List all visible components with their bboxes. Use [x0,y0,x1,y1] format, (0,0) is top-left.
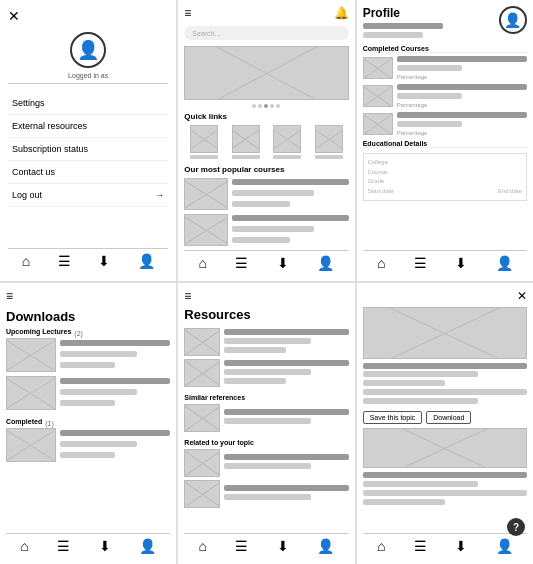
menu-item-external-label: External resources [12,121,87,131]
quick-link-2[interactable] [226,125,265,159]
hamburger-icon[interactable]: ≡ [6,289,170,303]
cc-pct-label1: Percentage [397,74,527,80]
nav-profile-icon[interactable]: 👤 [496,255,513,271]
hero-image [184,46,348,100]
related-label: Related to your topic [184,439,348,446]
nav-downloads-icon[interactable]: ⬇ [98,253,110,269]
menu-item-logout[interactable]: Log out → [8,184,168,207]
dl-meta-3 [60,452,115,458]
cc-pct-label2: Percentage [397,102,527,108]
nav-home-icon[interactable]: ⌂ [377,538,385,554]
nav-home-icon[interactable]: ⌂ [199,538,207,554]
res-item-3[interactable] [184,404,348,432]
nav-downloads-icon[interactable]: ⬇ [277,255,289,271]
nav-courses-icon[interactable]: ☰ [414,255,427,271]
downloads-panel: ≡ Downloads Upcoming Lectures (2) Comple… [0,283,176,564]
nav-downloads-icon[interactable]: ⬇ [277,538,289,554]
hamburger-icon[interactable]: ≡ [184,289,348,303]
popular-courses-title: Our most popular courses [184,165,348,174]
resources-panel: ≡ Resources Similar references Related t… [178,283,354,564]
dot-3[interactable] [264,104,268,108]
cc-pct-label3: Percentage [397,130,527,136]
dot-5[interactable] [276,104,280,108]
profile-name-line [363,23,443,29]
course-meta-line2 [232,237,290,243]
nav-downloads-icon[interactable]: ⬇ [99,538,111,554]
save-topic-button[interactable]: Save this topic [363,411,423,424]
download-button[interactable]: Download [426,411,471,424]
res-item-4[interactable] [184,449,348,477]
nav-courses-icon[interactable]: ☰ [235,255,248,271]
bottom-nav-home: ⌂ ☰ ⬇ 👤 [184,250,348,275]
course-row-1[interactable] [184,178,348,210]
home-panel: ≡ 🔔 Search... Quick links Our most popul… [178,0,354,281]
profile-sub-line [363,32,423,38]
nav-home-icon[interactable]: ⌂ [20,538,28,554]
res-line-4a [224,454,348,460]
nav-courses-icon[interactable]: ☰ [58,253,71,269]
nav-home-icon[interactable]: ⌂ [22,253,30,269]
menu-item-contact[interactable]: Contact us [8,161,168,184]
nav-home-icon[interactable]: ⌂ [199,255,207,271]
dl-meta-2 [60,400,115,406]
search-bar[interactable]: Search... [184,26,348,40]
res-line-5b [224,494,311,500]
help-button[interactable]: ? [507,518,525,536]
nav-profile-icon[interactable]: 👤 [317,255,334,271]
res-line-1b [224,338,311,344]
avatar-icon: 👤 [77,39,99,61]
nav-profile-icon[interactable]: 👤 [138,253,155,269]
dot-1[interactable] [252,104,256,108]
completed-course-1[interactable]: Percentage [363,56,527,80]
res-line-2b [224,369,311,375]
res-line-1a [224,329,348,335]
nav-courses-icon[interactable]: ☰ [414,538,427,554]
res-item-5[interactable] [184,480,348,508]
dot-4[interactable] [270,104,274,108]
completed-course-2[interactable]: Percentage [363,84,527,108]
bottom-nav-downloads: ⌂ ☰ ⬇ 👤 [6,533,170,558]
dl-item-1[interactable] [6,338,170,372]
detail-bottom-line1 [363,472,527,478]
cc-pct-line3 [397,121,462,127]
nav-courses-icon[interactable]: ☰ [235,538,248,554]
cc-title-line1 [397,56,527,62]
nav-courses-icon[interactable]: ☰ [57,538,70,554]
bottom-nav-profile: ⌂ ☰ ⬇ 👤 [363,250,527,275]
res-item-1[interactable] [184,328,348,356]
edu-details-label: Educational Details [363,140,527,148]
dot-2[interactable] [258,104,262,108]
menu-item-settings-label: Settings [12,98,45,108]
nav-profile-icon[interactable]: 👤 [317,538,334,554]
nav-profile-icon[interactable]: 👤 [496,538,513,554]
completed-course-3[interactable]: Percentage [363,112,527,136]
completed-label: Completed [6,418,42,425]
quick-link-4[interactable] [310,125,349,159]
menu-item-external[interactable]: External resources [8,115,168,138]
menu-item-subscription[interactable]: Subscription status [8,138,168,161]
cc-pct-line2 [397,93,462,99]
hamburger-icon[interactable]: ≡ [184,6,191,20]
bell-icon[interactable]: 🔔 [334,6,349,20]
nav-home-icon[interactable]: ⌂ [377,255,385,271]
quick-link-1[interactable] [184,125,223,159]
course-meta-line [232,201,290,207]
close-icon[interactable]: ✕ [8,8,168,24]
nav-downloads-icon[interactable]: ⬇ [455,255,467,271]
res-line-1c [224,347,286,353]
search-placeholder: Search... [192,30,220,37]
dl-item-3[interactable] [6,428,170,462]
res-line-3a [224,409,348,415]
dl-sub-3 [60,441,137,447]
dl-item-2[interactable] [6,376,170,410]
profile-title: Profile [363,6,443,20]
quick-link-3[interactable] [268,125,307,159]
avatar-icon: 👤 [504,12,521,28]
close-icon[interactable]: ✕ [517,289,527,303]
nav-downloads-icon[interactable]: ⬇ [455,538,467,554]
menu-item-settings[interactable]: Settings [8,92,168,115]
res-item-2[interactable] [184,359,348,387]
dl-title-2 [60,378,170,384]
course-row-2[interactable] [184,214,348,246]
nav-profile-icon[interactable]: 👤 [139,538,156,554]
